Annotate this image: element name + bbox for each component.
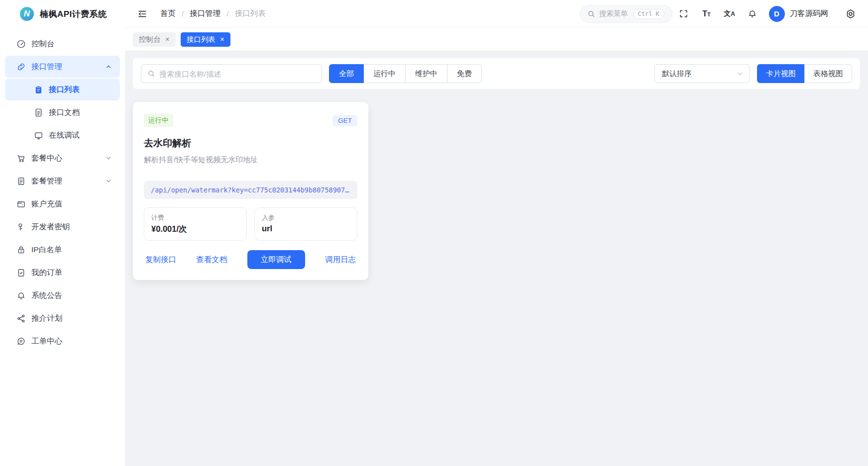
status-badge: 运行中 [144, 114, 173, 127]
api-endpoint[interactable]: /api/open/watermark?key=cc775c0203144b9b… [144, 181, 357, 199]
font-size-button[interactable]: TT [695, 5, 718, 23]
view-toggle-group: 卡片视图 表格视图 [757, 64, 852, 83]
sidebar-item-label: 工单中心 [31, 336, 112, 347]
api-search-field [141, 64, 322, 83]
sidebar-item-label: 推介计划 [31, 313, 112, 324]
sidebar-item-account-recharge[interactable]: 账户充值 [5, 193, 120, 215]
chevron-up-icon [105, 63, 112, 70]
filter-maintenance-button[interactable]: 维护中 [406, 64, 447, 83]
debug-now-button[interactable]: 立即调试 [247, 250, 305, 269]
chevron-down-icon [105, 178, 112, 185]
cart-icon [16, 154, 26, 163]
sidebar-item-package-management[interactable]: 套餐管理 [5, 170, 120, 192]
sidebar-item-referral-program[interactable]: 推介计划 [5, 307, 120, 329]
sidebar-item-label: 系统公告 [31, 290, 112, 301]
sidebar: N 楠枫API计费系统 控制台 接口管理 接口列表 接口文档 [0, 0, 125, 466]
billing-stat-box: 计费 ¥0.001/次 [144, 207, 247, 241]
sidebar-item-label: 接口列表 [49, 85, 112, 95]
order-check-icon [16, 268, 26, 278]
app-logo-icon: N [20, 7, 34, 21]
copy-api-button[interactable]: 复制接口 [145, 255, 176, 265]
card-view-button[interactable]: 卡片视图 [757, 64, 804, 83]
sidebar-item-label: 开发者密钥 [31, 222, 112, 232]
sidebar-item-developer-keys[interactable]: 开发者密钥 [5, 216, 120, 238]
app-title: 楠枫API计费系统 [40, 8, 107, 20]
breadcrumb-separator: / [226, 9, 228, 18]
billing-label: 计费 [151, 213, 239, 222]
app-root: N 楠枫API计费系统 控制台 接口管理 接口列表 接口文档 [0, 0, 868, 466]
search-icon [587, 10, 595, 18]
lock-icon [16, 245, 26, 255]
close-icon[interactable]: ✕ [165, 37, 170, 42]
content-area: 全部 运行中 维护中 免费 默认排序 卡片视图 表格视图 运行中 [125, 51, 868, 466]
document-icon [34, 108, 43, 117]
tab-label: 控制台 [139, 35, 161, 44]
sidebar-item-label: 接口文档 [49, 107, 112, 118]
breadcrumb-api-management[interactable]: 接口管理 [190, 8, 220, 19]
main-area: 首页 / 接口管理 / 接口列表 搜索菜单 Ctrl K TT [125, 0, 868, 466]
menu-search-placeholder: 搜索菜单 [599, 9, 628, 18]
settings-gear-icon[interactable] [845, 8, 856, 19]
tabbar: 控制台 ✕ 接口列表 ✕ [125, 28, 868, 51]
api-card-header: 运行中 GET [144, 114, 357, 127]
collapse-sidebar-icon[interactable] [137, 9, 147, 19]
link-icon [16, 62, 26, 72]
key-icon [16, 222, 26, 232]
translate-icon: 文A [724, 9, 735, 18]
language-button[interactable]: 文A [718, 5, 741, 23]
sidebar-item-api-list[interactable]: 接口列表 [5, 79, 120, 100]
sidebar-item-package-center[interactable]: 套餐中心 [5, 147, 120, 169]
sort-select[interactable]: 默认排序 [654, 64, 750, 83]
view-docs-button[interactable]: 查看文档 [196, 255, 227, 265]
sidebar-item-label: 控制台 [31, 39, 112, 49]
api-stats: 计费 ¥0.001/次 入参 url [144, 207, 357, 241]
filter-toolbar: 全部 运行中 维护中 免费 默认排序 卡片视图 表格视图 [133, 58, 860, 89]
fullscreen-button[interactable] [672, 5, 695, 23]
sidebar-item-label: 我的订单 [31, 268, 112, 278]
filter-all-button[interactable]: 全部 [329, 64, 364, 83]
chevron-down-icon [105, 155, 112, 162]
sidebar-item-my-orders[interactable]: 我的订单 [5, 262, 120, 283]
username[interactable]: 刀客源码网 [790, 8, 829, 19]
keyboard-shortcut-badge: Ctrl K [633, 9, 664, 19]
table-view-button[interactable]: 表格视图 [804, 64, 852, 83]
search-icon [147, 70, 155, 78]
share-icon [16, 314, 26, 323]
filter-running-button[interactable]: 运行中 [364, 64, 406, 83]
dashboard-icon [16, 39, 26, 49]
api-card-actions: 复制接口 查看文档 立即调试 调用日志 [144, 250, 357, 269]
sidebar-item-ip-whitelist[interactable]: IP白名单 [5, 239, 120, 261]
breadcrumb: 首页 / 接口管理 / 接口列表 [160, 8, 266, 19]
menu-search-button[interactable]: 搜索菜单 Ctrl K [580, 5, 672, 23]
sidebar-item-online-debug[interactable]: 在线调试 [5, 124, 120, 146]
document-lines-icon [16, 177, 26, 186]
sidebar-item-api-management[interactable]: 接口管理 [5, 56, 120, 78]
api-search-input[interactable] [159, 70, 316, 78]
monitor-icon [34, 131, 43, 140]
sidebar-item-system-announcements[interactable]: 系统公告 [5, 284, 120, 306]
breadcrumb-home[interactable]: 首页 [160, 8, 176, 19]
sidebar-item-label: 在线调试 [49, 130, 112, 141]
bell-icon [748, 9, 757, 18]
sidebar-item-api-docs[interactable]: 接口文档 [5, 101, 120, 123]
tab-dashboard[interactable]: 控制台 ✕ [133, 32, 176, 47]
notifications-button[interactable] [741, 5, 764, 23]
sidebar-item-dashboard[interactable]: 控制台 [5, 33, 120, 55]
http-method-badge: GET [332, 115, 357, 126]
clipboard-list-icon [34, 85, 43, 94]
tab-api-list[interactable]: 接口列表 ✕ [181, 32, 230, 47]
avatar[interactable]: D [769, 6, 785, 22]
params-label: 入参 [262, 213, 350, 222]
api-card: 运行中 GET 去水印解析 解析抖音/快手等短视频无水印地址 /api/open… [133, 102, 368, 280]
api-description: 解析抖音/快手等短视频无水印地址 [144, 155, 357, 165]
billing-value: ¥0.001/次 [151, 224, 239, 235]
filter-free-button[interactable]: 免费 [447, 64, 482, 83]
sort-select-value: 默认排序 [662, 69, 692, 79]
sidebar-item-label: IP白名单 [31, 245, 112, 255]
close-icon[interactable]: ✕ [220, 37, 224, 42]
fullscreen-icon [679, 9, 688, 18]
breadcrumb-separator: / [182, 9, 184, 18]
call-logs-button[interactable]: 调用日志 [325, 255, 356, 265]
sidebar-item-ticket-center[interactable]: 工单中心 [5, 330, 120, 352]
api-title: 去水印解析 [144, 137, 357, 150]
